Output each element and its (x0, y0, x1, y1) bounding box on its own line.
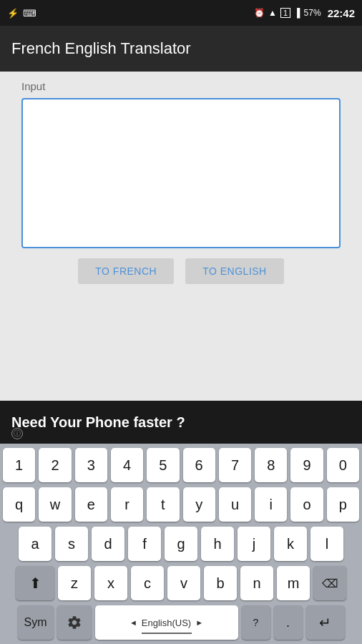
language-underline (142, 633, 192, 634)
key-o[interactable]: o (290, 487, 323, 522)
key-n[interactable]: n (240, 566, 273, 600)
key-s[interactable]: s (55, 527, 88, 561)
keyboard-bottom-row: Sym ◄ English(US) ► ? . ↵ (3, 605, 359, 640)
signal-icon: ▐ (294, 8, 300, 18)
sym-key[interactable]: Sym (18, 605, 54, 640)
app-bar: French English Translator (0, 26, 362, 72)
key-b[interactable]: b (204, 566, 237, 600)
status-left-icons: ⚡ ⌨ (7, 8, 36, 19)
button-row: TO FRENCH TO ENGLISH (21, 258, 341, 284)
key-6[interactable]: 6 (183, 448, 215, 482)
main-content: Input TO FRENCH TO ENGLISH (0, 72, 362, 401)
right-arrow-icon: ► (195, 618, 203, 627)
status-bar: ⚡ ⌨ ⏰ ▲ 1 ▐ 57% 22:42 (0, 0, 362, 26)
key-l[interactable]: l (310, 527, 343, 561)
keyboard-row-zxcv: ⬆ z x c v b n m ⌫ (3, 566, 359, 600)
key-z[interactable]: z (58, 566, 91, 600)
key-q[interactable]: q (3, 487, 35, 522)
to-french-button[interactable]: TO FRENCH (78, 258, 174, 284)
to-english-button[interactable]: TO ENGLISH (185, 258, 284, 284)
language-selector[interactable]: ◄ English(US) ► (95, 605, 238, 640)
key-u[interactable]: u (219, 487, 251, 522)
input-label: Input (21, 80, 341, 92)
language-label: English(US) (142, 618, 191, 628)
input-textarea[interactable] (21, 98, 341, 248)
key-i[interactable]: i (255, 487, 287, 522)
key-w[interactable]: w (39, 487, 71, 522)
period-key[interactable]: . (274, 605, 303, 640)
key-a[interactable]: a (19, 527, 52, 561)
left-arrow-icon: ◄ (129, 618, 137, 627)
key-j[interactable]: j (238, 527, 270, 561)
wifi-icon: ▲ (268, 8, 277, 18)
usb-icon: ⚡ (7, 8, 19, 19)
key-4[interactable]: 4 (111, 448, 143, 482)
ad-text: Need Your Phone faster ? (11, 414, 185, 431)
key-p[interactable]: p (327, 487, 359, 522)
status-right-info: ⏰ ▲ 1 ▐ 57% 22:42 (254, 7, 355, 19)
key-3[interactable]: 3 (75, 448, 107, 482)
alarm-icon: ⏰ (254, 8, 265, 18)
key-9[interactable]: 9 (290, 448, 323, 482)
key-x[interactable]: x (94, 566, 127, 600)
keyboard-row-numbers: 1 2 3 4 5 6 7 8 9 0 (3, 448, 359, 482)
battery-label: 57% (304, 8, 321, 18)
app-title: French English Translator (11, 39, 191, 58)
key-h[interactable]: h (201, 527, 234, 561)
keyboard: 1 2 3 4 5 6 7 8 9 0 q w e r t y u i o p … (0, 444, 362, 644)
backspace-key[interactable]: ⌫ (313, 566, 346, 600)
key-8[interactable]: 8 (255, 448, 287, 482)
keyboard-row-qwerty: q w e r t y u i o p (3, 487, 359, 522)
key-m[interactable]: m (277, 566, 310, 600)
keyboard-icon: ⌨ (23, 8, 36, 19)
time-label: 22:42 (328, 7, 355, 19)
key-c[interactable]: c (131, 566, 164, 600)
key-2[interactable]: 2 (39, 448, 71, 482)
sim-icon: 1 (280, 8, 290, 18)
key-y[interactable]: y (183, 487, 215, 522)
ad-info-icon: ⓘ (11, 428, 23, 439)
key-t[interactable]: t (147, 487, 179, 522)
key-g[interactable]: g (165, 527, 197, 561)
shift-key[interactable]: ⬆ (16, 566, 54, 600)
key-0[interactable]: 0 (327, 448, 359, 482)
more-key[interactable]: ? (242, 605, 270, 640)
key-f[interactable]: f (128, 527, 161, 561)
key-k[interactable]: k (274, 527, 307, 561)
keyboard-row-asdf: a s d f g h j k l (3, 527, 359, 561)
enter-key[interactable]: ↵ (306, 605, 345, 640)
key-1[interactable]: 1 (3, 448, 35, 482)
key-d[interactable]: d (92, 527, 124, 561)
key-v[interactable]: v (167, 566, 200, 600)
key-r[interactable]: r (111, 487, 143, 522)
key-e[interactable]: e (75, 487, 107, 522)
key-7[interactable]: 7 (219, 448, 251, 482)
settings-key[interactable] (57, 605, 92, 640)
key-5[interactable]: 5 (147, 448, 179, 482)
ad-banner: Need Your Phone faster ? ⓘ (0, 401, 362, 444)
